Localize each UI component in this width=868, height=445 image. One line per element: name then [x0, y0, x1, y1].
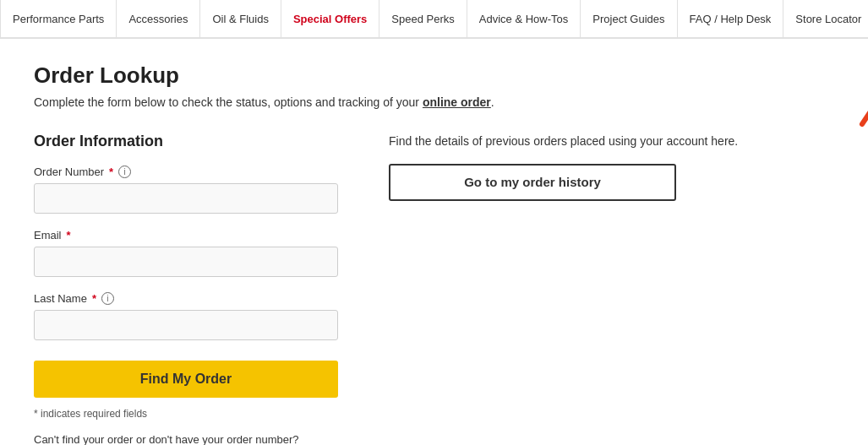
nav-item-special-offers[interactable]: Special Offers [281, 0, 379, 37]
svg-line-0 [862, 48, 868, 124]
arrow-annotation [811, 31, 868, 133]
order-number-required: * [109, 166, 113, 178]
nav-item-advice[interactable]: Advice & How-Tos [467, 0, 581, 37]
order-history-section: Find the details of previous orders plac… [389, 133, 811, 201]
nav-item-faq[interactable]: FAQ / Help Desk [678, 0, 784, 37]
email-field-group: Email * [34, 229, 338, 277]
order-history-button[interactable]: Go to my order history [389, 164, 676, 201]
last-name-info-icon[interactable]: i [101, 292, 114, 305]
order-number-label: Order Number * i [34, 166, 338, 178]
cant-find-text: Can't find your order or don't have your… [34, 433, 338, 445]
nav-item-oil-fluids[interactable]: Oil & Fluids [200, 0, 281, 37]
nav-item-performance-parts[interactable]: Performance Parts [0, 0, 117, 37]
last-name-field-group: Last Name * i [34, 292, 338, 340]
order-number-input[interactable] [34, 183, 338, 214]
order-history-text: Find the details of previous orders plac… [389, 133, 811, 150]
email-required: * [67, 229, 71, 241]
last-name-input[interactable] [34, 310, 338, 340]
email-input[interactable] [34, 247, 338, 277]
section-title: Order Information [34, 133, 338, 150]
nav-item-store-locator[interactable]: Store Locator [783, 0, 868, 37]
nav-item-project-guides[interactable]: Project Guides [581, 0, 677, 37]
last-name-required: * [92, 292, 96, 305]
main-content: Order Lookup Complete the form below to … [0, 39, 845, 445]
online-order-link[interactable]: online order [423, 95, 491, 109]
main-nav: Performance Parts Accessories Oil & Flui… [0, 0, 868, 39]
nav-item-speed-perks[interactable]: Speed Perks [379, 0, 467, 37]
order-number-field-group: Order Number * i [34, 166, 338, 214]
form-section: Order Information Order Number * i Email… [34, 133, 338, 445]
nav-item-accessories[interactable]: Accessories [117, 0, 200, 37]
page-title: Order Lookup [34, 62, 811, 89]
email-label: Email * [34, 229, 338, 241]
find-my-order-button[interactable]: Find My Order [34, 361, 338, 398]
page-subtitle: Complete the form below to check the sta… [34, 95, 811, 109]
required-note: * indicates required fields [34, 408, 338, 420]
last-name-label: Last Name * i [34, 292, 338, 305]
order-number-info-icon[interactable]: i [118, 166, 131, 178]
two-column-layout: Order Information Order Number * i Email… [34, 133, 811, 445]
